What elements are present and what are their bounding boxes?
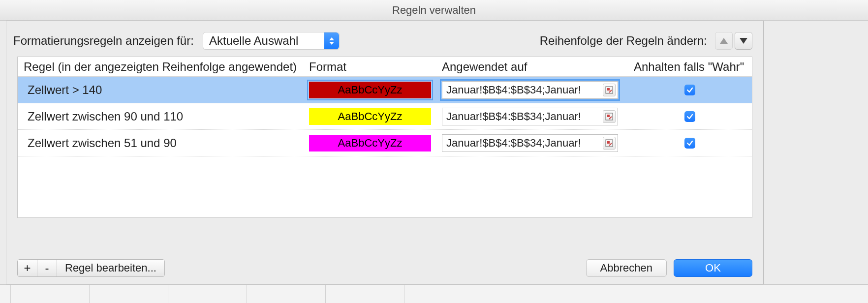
range-picker-icon[interactable] [603,110,616,123]
table-row[interactable]: Zellwert > 140AaBbCcYyZzJanuar!$B$4:$B$3… [18,77,752,103]
col-rule-header: Regel (in der angezeigten Reihenfolge an… [18,60,303,74]
filter-select[interactable]: Aktuelle Auswahl [203,32,340,50]
filter-label: Formatierungsregeln anzeigen für: [13,34,194,48]
range-picker-icon[interactable] [603,137,616,150]
arrow-up-icon [720,38,728,44]
col-format-header: Format [303,60,436,74]
rule-name: Zellwert > 140 [18,83,303,97]
format-sample[interactable]: AaBbCcYyZz [309,135,431,152]
table-row[interactable]: Zellwert zwischen 90 und 110AaBbCcYyZzJa… [18,103,752,130]
edit-button-group: + - Regel bearbeiten... [17,259,165,277]
edit-rule-button[interactable]: Regel bearbeiten... [57,260,164,276]
rule-name: Zellwert zwischen 51 und 90 [18,136,303,150]
stop-cell [628,85,752,95]
remove-rule-button[interactable]: - [37,260,57,276]
window-title: Regeln verwalten [0,0,868,21]
rules-table: Regel (in der angezeigten Reihenfolge an… [17,57,752,218]
applies-value: Januar!$B$4:$B$34;Januar! [446,110,581,123]
move-up-button[interactable] [715,32,733,50]
stop-if-true-checkbox[interactable] [684,111,695,122]
applies-input[interactable]: Januar!$B$4:$B$34;Januar! [442,108,618,125]
filter-value: Aktuelle Auswahl [209,34,298,48]
stop-cell [628,138,752,149]
format-sample[interactable]: AaBbCcYyZz [309,108,431,125]
applies-value: Januar!$B$4:$B$34;Januar! [446,84,581,96]
format-cell: AaBbCcYyZz [303,108,436,125]
svg-rect-5 [607,141,610,144]
reorder-label: Reihenfolge der Regeln ändern: [540,34,707,48]
applies-input[interactable]: Januar!$B$4:$B$34;Januar! [442,134,618,152]
bottom-bar: + - Regel bearbeiten... Abbrechen OK [17,259,752,277]
table-header: Regel (in der angezeigten Reihenfolge an… [18,57,752,77]
move-down-button[interactable] [735,32,752,50]
stop-cell [628,111,752,122]
applies-cell: Januar!$B$4:$B$34;Januar! [436,134,628,152]
svg-rect-1 [607,88,610,91]
stop-if-true-checkbox[interactable] [684,85,695,95]
col-applies-header: Angewendet auf [436,60,628,74]
applies-cell: Januar!$B$4:$B$34;Januar! [436,81,628,99]
select-arrows-icon [324,32,339,49]
svg-rect-3 [607,115,610,117]
ok-button[interactable]: OK [674,259,752,277]
table-row[interactable]: Zellwert zwischen 51 und 90AaBbCcYyZzJan… [18,130,752,156]
rule-name: Zellwert zwischen 90 und 110 [18,110,303,123]
applies-input[interactable]: Januar!$B$4:$B$34;Januar! [442,81,618,99]
cancel-button[interactable]: Abbrechen [586,259,667,277]
format-cell: AaBbCcYyZz [303,82,436,98]
format-sample[interactable]: AaBbCcYyZz [309,82,431,98]
arrow-down-icon [740,38,747,44]
applies-cell: Januar!$B$4:$B$34;Januar! [436,108,628,125]
stop-if-true-checkbox[interactable] [684,138,695,149]
col-stop-header: Anhalten falls "Wahr" [628,60,752,74]
applies-value: Januar!$B$4:$B$34;Januar! [446,137,581,150]
spreadsheet-strip [0,284,868,303]
add-rule-button[interactable]: + [18,260,37,276]
range-picker-icon[interactable] [603,84,616,96]
top-row: Formatierungsregeln anzeigen für: Aktuel… [6,21,763,57]
dialog-body: Formatierungsregeln anzeigen für: Aktuel… [6,21,764,284]
format-cell: AaBbCcYyZz [303,135,436,152]
